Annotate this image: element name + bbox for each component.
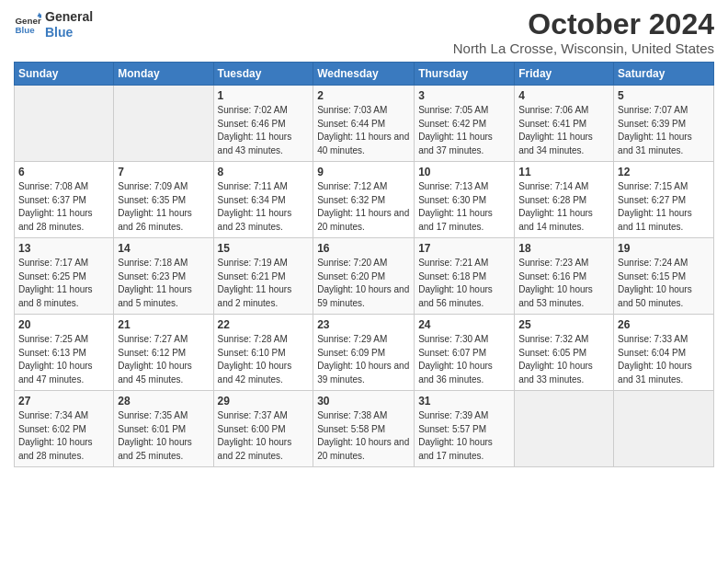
day-number: 20 <box>18 318 109 331</box>
day-info: Sunrise: 7:18 AM Sunset: 6:23 PM Dayligh… <box>118 257 209 310</box>
calendar-week-2: 6Sunrise: 7:08 AM Sunset: 6:37 PM Daylig… <box>15 162 714 238</box>
day-number: 28 <box>118 395 209 408</box>
calendar-cell: 20Sunrise: 7:25 AM Sunset: 6:13 PM Dayli… <box>15 315 114 391</box>
day-number: 3 <box>418 89 510 102</box>
day-number: 24 <box>418 318 510 331</box>
svg-text:Blue: Blue <box>16 25 36 35</box>
calendar-cell <box>114 86 213 162</box>
day-info: Sunrise: 7:23 AM Sunset: 6:16 PM Dayligh… <box>518 257 609 310</box>
calendar-header-row: SundayMondayTuesdayWednesdayThursdayFrid… <box>15 63 714 86</box>
calendar-cell: 28Sunrise: 7:35 AM Sunset: 6:01 PM Dayli… <box>114 391 213 467</box>
calendar-cell: 16Sunrise: 7:20 AM Sunset: 6:20 PM Dayli… <box>313 238 415 315</box>
title-block: October 2024 North La Crosse, Wisconsin,… <box>453 9 714 56</box>
calendar-cell: 29Sunrise: 7:37 AM Sunset: 6:00 PM Dayli… <box>213 391 313 467</box>
calendar-cell: 7Sunrise: 7:09 AM Sunset: 6:35 PM Daylig… <box>114 162 213 238</box>
day-info: Sunrise: 7:33 AM Sunset: 6:04 PM Dayligh… <box>618 333 710 386</box>
day-number: 30 <box>317 395 410 408</box>
day-number: 22 <box>218 318 310 331</box>
day-info: Sunrise: 7:37 AM Sunset: 6:00 PM Dayligh… <box>218 409 310 463</box>
day-number: 8 <box>218 166 310 178</box>
day-number: 15 <box>218 242 310 255</box>
day-info: Sunrise: 7:20 AM Sunset: 6:20 PM Dayligh… <box>317 257 410 310</box>
day-number: 9 <box>317 166 410 178</box>
day-info: Sunrise: 7:13 AM Sunset: 6:30 PM Dayligh… <box>418 180 510 234</box>
day-number: 7 <box>118 166 209 178</box>
svg-text:General: General <box>16 15 42 25</box>
header-day-monday: Monday <box>114 63 213 86</box>
day-info: Sunrise: 7:07 AM Sunset: 6:39 PM Dayligh… <box>618 104 710 157</box>
header-day-saturday: Saturday <box>614 63 714 86</box>
logo: General Blue General Blue <box>14 9 93 40</box>
day-info: Sunrise: 7:17 AM Sunset: 6:25 PM Dayligh… <box>18 257 109 310</box>
day-info: Sunrise: 7:30 AM Sunset: 6:07 PM Dayligh… <box>418 333 510 386</box>
day-number: 1 <box>218 89 310 102</box>
calendar-week-4: 20Sunrise: 7:25 AM Sunset: 6:13 PM Dayli… <box>15 315 714 391</box>
day-info: Sunrise: 7:32 AM Sunset: 6:05 PM Dayligh… <box>518 333 609 386</box>
day-info: Sunrise: 7:02 AM Sunset: 6:46 PM Dayligh… <box>218 104 310 157</box>
day-number: 6 <box>18 166 109 178</box>
calendar-week-5: 27Sunrise: 7:34 AM Sunset: 6:02 PM Dayli… <box>15 391 714 467</box>
calendar-cell: 25Sunrise: 7:32 AM Sunset: 6:05 PM Dayli… <box>515 315 614 391</box>
calendar-body: 1Sunrise: 7:02 AM Sunset: 6:46 PM Daylig… <box>15 86 714 467</box>
day-info: Sunrise: 7:21 AM Sunset: 6:18 PM Dayligh… <box>418 257 510 310</box>
calendar-cell: 18Sunrise: 7:23 AM Sunset: 6:16 PM Dayli… <box>515 238 614 315</box>
calendar-cell: 24Sunrise: 7:30 AM Sunset: 6:07 PM Dayli… <box>415 315 515 391</box>
calendar-cell: 1Sunrise: 7:02 AM Sunset: 6:46 PM Daylig… <box>213 86 313 162</box>
day-info: Sunrise: 7:35 AM Sunset: 6:01 PM Dayligh… <box>118 409 209 463</box>
calendar-cell: 5Sunrise: 7:07 AM Sunset: 6:39 PM Daylig… <box>614 86 714 162</box>
calendar-cell: 8Sunrise: 7:11 AM Sunset: 6:34 PM Daylig… <box>213 162 313 238</box>
day-number: 27 <box>18 395 109 408</box>
day-number: 23 <box>317 318 410 331</box>
day-number: 21 <box>118 318 209 331</box>
day-info: Sunrise: 7:11 AM Sunset: 6:34 PM Dayligh… <box>218 180 310 234</box>
day-info: Sunrise: 7:19 AM Sunset: 6:21 PM Dayligh… <box>218 257 310 310</box>
day-info: Sunrise: 7:05 AM Sunset: 6:42 PM Dayligh… <box>418 104 510 157</box>
calendar-cell: 2Sunrise: 7:03 AM Sunset: 6:44 PM Daylig… <box>313 86 415 162</box>
day-number: 14 <box>118 242 209 255</box>
day-number: 13 <box>18 242 109 255</box>
day-info: Sunrise: 7:12 AM Sunset: 6:32 PM Dayligh… <box>317 180 410 234</box>
day-number: 5 <box>618 89 710 102</box>
location-title: North La Crosse, Wisconsin, United State… <box>453 40 714 56</box>
logo-icon: General Blue <box>14 11 41 39</box>
calendar-table: SundayMondayTuesdayWednesdayThursdayFrid… <box>14 62 714 467</box>
day-number: 11 <box>518 166 609 178</box>
day-number: 18 <box>518 242 609 255</box>
day-number: 31 <box>418 395 510 408</box>
calendar-cell: 4Sunrise: 7:06 AM Sunset: 6:41 PM Daylig… <box>515 86 614 162</box>
day-info: Sunrise: 7:15 AM Sunset: 6:27 PM Dayligh… <box>618 180 710 234</box>
calendar-cell <box>515 391 614 467</box>
day-number: 10 <box>418 166 510 178</box>
calendar-cell: 19Sunrise: 7:24 AM Sunset: 6:15 PM Dayli… <box>614 238 714 315</box>
calendar-cell: 3Sunrise: 7:05 AM Sunset: 6:42 PM Daylig… <box>415 86 515 162</box>
day-number: 25 <box>518 318 609 331</box>
day-info: Sunrise: 7:24 AM Sunset: 6:15 PM Dayligh… <box>618 257 710 310</box>
month-title: October 2024 <box>453 9 714 39</box>
day-number: 12 <box>618 166 710 178</box>
day-info: Sunrise: 7:09 AM Sunset: 6:35 PM Dayligh… <box>118 180 209 234</box>
header-day-tuesday: Tuesday <box>213 63 313 86</box>
calendar-cell: 11Sunrise: 7:14 AM Sunset: 6:28 PM Dayli… <box>515 162 614 238</box>
calendar-cell: 13Sunrise: 7:17 AM Sunset: 6:25 PM Dayli… <box>15 238 114 315</box>
header-day-thursday: Thursday <box>415 63 515 86</box>
calendar-cell: 12Sunrise: 7:15 AM Sunset: 6:27 PM Dayli… <box>614 162 714 238</box>
calendar-cell: 21Sunrise: 7:27 AM Sunset: 6:12 PM Dayli… <box>114 315 213 391</box>
day-number: 4 <box>518 89 609 102</box>
day-number: 2 <box>317 89 410 102</box>
page-header: General Blue General Blue October 2024 N… <box>14 9 714 56</box>
day-info: Sunrise: 7:08 AM Sunset: 6:37 PM Dayligh… <box>18 180 109 234</box>
logo-line2: Blue <box>45 25 93 40</box>
header-day-sunday: Sunday <box>15 63 114 86</box>
calendar-cell: 9Sunrise: 7:12 AM Sunset: 6:32 PM Daylig… <box>313 162 415 238</box>
calendar-week-1: 1Sunrise: 7:02 AM Sunset: 6:46 PM Daylig… <box>15 86 714 162</box>
day-number: 19 <box>618 242 710 255</box>
day-info: Sunrise: 7:03 AM Sunset: 6:44 PM Dayligh… <box>317 104 410 157</box>
day-info: Sunrise: 7:14 AM Sunset: 6:28 PM Dayligh… <box>518 180 609 234</box>
day-info: Sunrise: 7:27 AM Sunset: 6:12 PM Dayligh… <box>118 333 209 386</box>
calendar-cell: 6Sunrise: 7:08 AM Sunset: 6:37 PM Daylig… <box>15 162 114 238</box>
calendar-week-3: 13Sunrise: 7:17 AM Sunset: 6:25 PM Dayli… <box>15 238 714 315</box>
calendar-cell: 30Sunrise: 7:38 AM Sunset: 5:58 PM Dayli… <box>313 391 415 467</box>
day-info: Sunrise: 7:28 AM Sunset: 6:10 PM Dayligh… <box>218 333 310 386</box>
day-info: Sunrise: 7:06 AM Sunset: 6:41 PM Dayligh… <box>518 104 609 157</box>
day-info: Sunrise: 7:34 AM Sunset: 6:02 PM Dayligh… <box>18 409 109 463</box>
